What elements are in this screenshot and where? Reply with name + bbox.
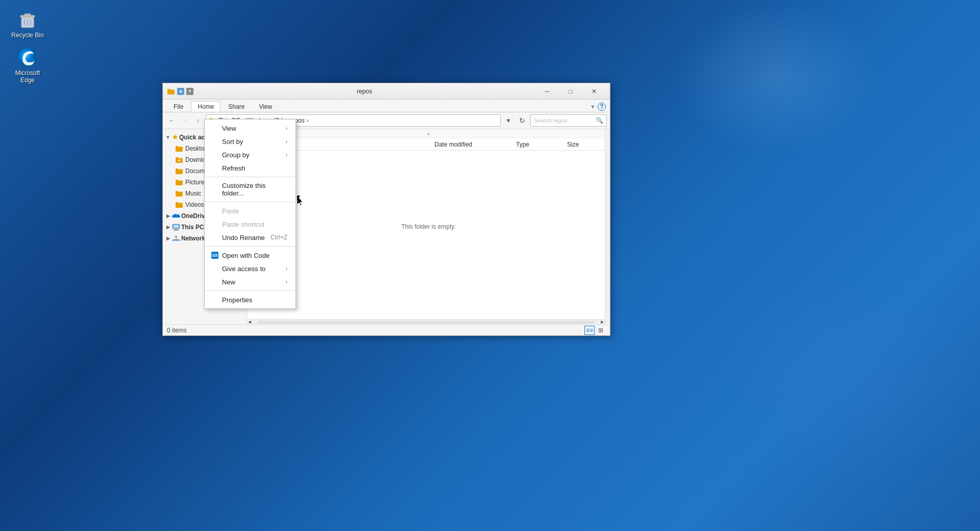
menu-separator-4: [205, 291, 296, 291]
back-button[interactable]: ←: [166, 115, 177, 126]
context-menu-item-paste: Paste: [205, 204, 296, 218]
window-title: repos: [193, 88, 535, 95]
vertical-scrollbar[interactable]: [605, 129, 610, 324]
scroll-up-indicator: ▲: [247, 129, 610, 138]
onedrive-icon: [172, 213, 180, 219]
help-button[interactable]: ?: [598, 103, 606, 111]
large-icons-view-button[interactable]: ⊞: [596, 326, 606, 335]
edge-label: Microsoft Edge: [9, 69, 46, 84]
menu-separator-1: [205, 177, 296, 177]
recycle-bin-icon: [17, 9, 38, 30]
search-box[interactable]: Search repos 🔍: [530, 114, 607, 127]
view-toggle: ≡≡ ⊞: [584, 326, 606, 335]
up-button[interactable]: ↑: [192, 115, 204, 126]
tab-file[interactable]: File: [167, 101, 190, 112]
sortby-menu-icon: [211, 137, 219, 146]
details-view-button[interactable]: ≡≡: [584, 326, 595, 335]
maximize-button[interactable]: □: [559, 83, 582, 100]
network-icon: [172, 235, 180, 242]
vscode-brand-icon: [211, 252, 218, 259]
menu-separator-3: [205, 246, 296, 247]
svg-rect-2: [24, 14, 31, 16]
context-menu-item-new[interactable]: New ›: [205, 275, 296, 288]
context-menu-item-undorename[interactable]: Undo Rename Ctrl+Z: [205, 231, 296, 244]
svg-rect-11: [175, 236, 177, 237]
customize-menu-icon: [211, 185, 219, 194]
context-menu-item-openwithcode[interactable]: Open with Code: [205, 249, 296, 262]
close-button[interactable]: ✕: [582, 83, 606, 100]
this-pc-label: This PC: [181, 224, 204, 231]
svg-rect-8: [174, 225, 179, 228]
context-menu-item-refresh[interactable]: Refresh: [205, 161, 296, 175]
title-bar-icons: ★ ▼: [167, 88, 193, 95]
context-menu-giveaccess-label: Give access to: [222, 265, 265, 273]
ribbon-tabs: File Home Share View ▼ ?: [163, 100, 610, 112]
pasteshortcut-menu-icon: [211, 220, 219, 228]
undorename-shortcut: Ctrl+Z: [271, 234, 287, 241]
groupby-menu-icon: [211, 151, 219, 159]
search-icon[interactable]: 🔍: [596, 117, 603, 124]
breadcrumb-arrow-3: ›: [307, 117, 309, 124]
paste-menu-icon: [211, 207, 219, 215]
giveaccess-submenu-arrow: ›: [286, 266, 287, 272]
quick-access-expand: ▼: [165, 134, 171, 140]
menu-separator-2: [205, 202, 296, 202]
tab-view[interactable]: View: [252, 101, 279, 112]
downloads-folder-icon: [175, 157, 183, 163]
context-menu-item-giveaccess[interactable]: Give access to ›: [205, 262, 296, 275]
refresh-button[interactable]: ↻: [516, 114, 528, 127]
view-submenu-arrow: ›: [286, 126, 287, 131]
title-folder-icon: [167, 88, 175, 95]
network-expand: ▶: [165, 235, 171, 242]
file-pane[interactable]: ▲ Name Date modified Type Size This fold…: [247, 129, 610, 324]
context-menu-pasteshortcut-label: Paste shortcut: [222, 221, 264, 228]
context-menu-undorename-label: Undo Rename: [222, 234, 265, 242]
new-menu-icon: [211, 278, 219, 286]
documents-folder-icon: [175, 168, 183, 175]
edge-desktop-icon[interactable]: Microsoft Edge: [7, 45, 48, 86]
context-menu-item-customize[interactable]: Customize this folder...: [205, 179, 296, 200]
groupby-submenu-arrow: ›: [286, 152, 287, 158]
column-date-modified[interactable]: Date modified: [432, 138, 514, 150]
column-type[interactable]: Type: [514, 138, 565, 150]
context-menu-refresh-label: Refresh: [222, 164, 246, 172]
scroll-left-button[interactable]: ◀: [247, 320, 252, 325]
properties-menu-icon: [211, 296, 219, 304]
recycle-bin-desktop-icon[interactable]: Recycle Bin: [7, 7, 48, 41]
scrollbar-track: [257, 321, 595, 324]
ribbon-expand-icon[interactable]: ▼: [590, 104, 596, 110]
music-folder-icon: [175, 190, 183, 197]
column-size[interactable]: Size: [565, 138, 606, 150]
refresh-menu-icon: [211, 164, 219, 172]
context-menu-openwithcode-label: Open with Code: [222, 252, 270, 259]
quick-access-title-icon: ★: [177, 88, 184, 95]
context-menu-item-pasteshortcut: Paste shortcut: [205, 218, 296, 231]
minimize-button[interactable]: ─: [535, 83, 559, 100]
context-menu-customize-label: Customize this folder...: [222, 182, 287, 197]
context-menu-view-label: View: [222, 125, 236, 132]
tab-share[interactable]: Share: [222, 101, 251, 112]
address-dropdown-button[interactable]: ▼: [503, 115, 514, 126]
horizontal-scrollbar[interactable]: ◀ ▶: [247, 319, 605, 324]
item-count: 0 items: [167, 327, 187, 334]
context-menu-item-groupby[interactable]: Group by ›: [205, 148, 296, 161]
context-menu-item-sortby[interactable]: Sort by ›: [205, 135, 296, 148]
scroll-right-button[interactable]: ▶: [600, 320, 605, 325]
window-controls: ─ □ ✕: [535, 83, 606, 100]
tab-home[interactable]: Home: [191, 101, 220, 112]
context-menu-item-view[interactable]: View ›: [205, 122, 296, 135]
status-bar: 0 items ≡≡ ⊞: [163, 324, 610, 335]
svg-rect-10: [174, 230, 179, 231]
this-pc-icon: [172, 224, 180, 231]
context-menu: View › Sort by › Group by › Refresh Cust…: [204, 119, 296, 309]
context-menu-new-label: New: [222, 278, 235, 286]
title-settings-icon: ▼: [186, 88, 193, 95]
undorename-menu-icon: [211, 233, 219, 242]
context-menu-sortby-label: Sort by: [222, 138, 243, 146]
network-label: Network: [181, 235, 205, 242]
onedrive-expand: ▶: [165, 213, 171, 219]
new-submenu-arrow: ›: [286, 279, 287, 285]
svg-rect-9: [175, 229, 178, 230]
context-menu-item-properties[interactable]: Properties: [205, 293, 296, 306]
forward-button[interactable]: →: [179, 115, 190, 126]
